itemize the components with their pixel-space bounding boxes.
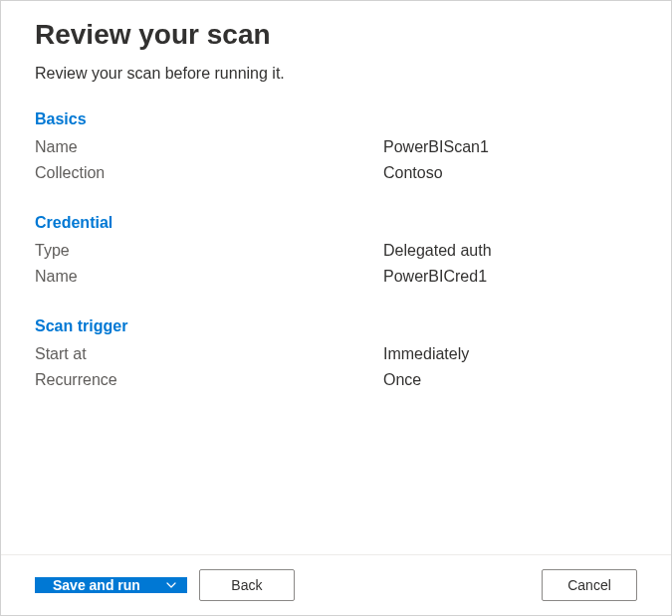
save-run-split-button: Save and run [35, 577, 187, 593]
label-collection: Collection [35, 164, 383, 182]
dialog-footer: Save and run Back Cancel [1, 554, 671, 615]
value-collection: Contoso [383, 164, 443, 182]
label-recurrence: Recurrence [35, 371, 383, 389]
label-start-at: Start at [35, 345, 383, 363]
dialog-content: Review your scan Review your scan before… [1, 1, 671, 554]
row-start-at: Start at Immediately [35, 341, 637, 367]
row-recurrence: Recurrence Once [35, 367, 637, 393]
cancel-button[interactable]: Cancel [542, 569, 637, 601]
chevron-down-icon [165, 579, 177, 591]
row-credential-name: Name PowerBICred1 [35, 264, 637, 290]
section-trigger: Scan trigger Start at Immediately Recurr… [35, 317, 637, 393]
label-credential-type: Type [35, 242, 383, 260]
section-credential: Credential Type Delegated auth Name Powe… [35, 214, 637, 290]
page-title: Review your scan [35, 19, 637, 51]
save-and-run-menu-button[interactable] [157, 579, 187, 591]
label-name: Name [35, 138, 383, 156]
row-name: Name PowerBIScan1 [35, 134, 637, 160]
value-name: PowerBIScan1 [383, 138, 489, 156]
review-scan-dialog: Review your scan Review your scan before… [0, 0, 672, 616]
label-credential-name: Name [35, 268, 383, 286]
row-collection: Collection Contoso [35, 160, 637, 186]
page-subtitle: Review your scan before running it. [35, 65, 637, 83]
section-basics: Basics Name PowerBIScan1 Collection Cont… [35, 110, 637, 186]
section-header-credential: Credential [35, 214, 637, 232]
section-header-trigger: Scan trigger [35, 317, 637, 335]
value-credential-name: PowerBICred1 [383, 268, 487, 286]
save-and-run-button[interactable]: Save and run [35, 577, 156, 593]
value-credential-type: Delegated auth [383, 242, 492, 260]
row-credential-type: Type Delegated auth [35, 238, 637, 264]
value-recurrence: Once [383, 371, 421, 389]
back-button[interactable]: Back [199, 569, 295, 601]
section-header-basics: Basics [35, 110, 637, 128]
value-start-at: Immediately [383, 345, 469, 363]
